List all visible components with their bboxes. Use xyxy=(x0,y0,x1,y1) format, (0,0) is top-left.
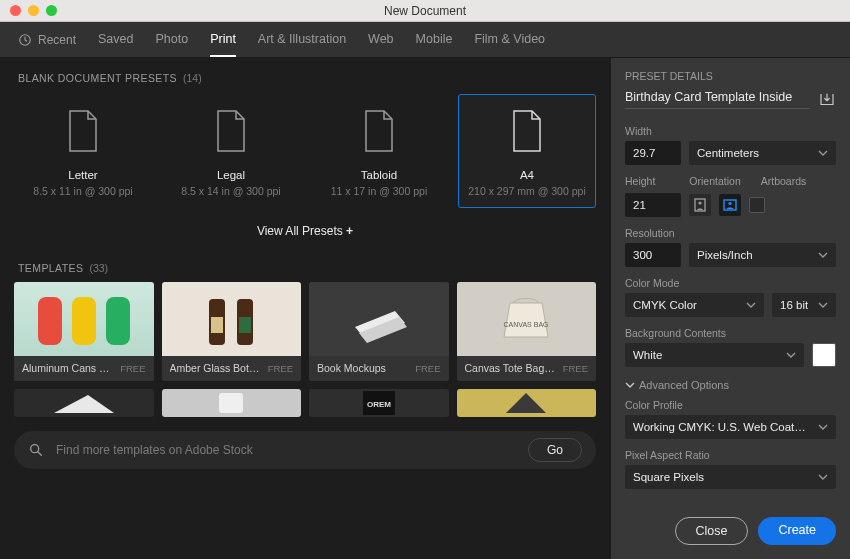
template-thumb xyxy=(162,282,302,356)
window-controls xyxy=(10,5,57,16)
blank-presets-count: (14) xyxy=(183,72,202,84)
preset-name: A4 xyxy=(520,169,534,181)
category-tabs: Recent Saved Photo Print Art & Illustrat… xyxy=(0,22,850,58)
artboards-checkbox[interactable] xyxy=(749,197,765,213)
chevron-down-icon xyxy=(818,148,828,158)
preset-name: Tabloid xyxy=(361,169,397,181)
templates-grid: Aluminum Cans Moc…FREE Amber Glass Bottl… xyxy=(0,278,610,423)
color-profile-dropdown[interactable]: Working CMYK: U.S. Web Coated (S… xyxy=(625,415,836,439)
document-icon xyxy=(214,109,248,153)
color-depth-dropdown[interactable]: 16 bit xyxy=(772,293,836,317)
template-card[interactable]: Book MockupsFREE xyxy=(309,282,449,381)
tab-film-video[interactable]: Film & Video xyxy=(474,22,545,57)
templates-count: (33) xyxy=(89,262,108,274)
clock-icon xyxy=(18,33,32,47)
minimize-window-icon[interactable] xyxy=(28,5,39,16)
view-all-presets-button[interactable]: View All Presets + xyxy=(0,220,610,248)
chevron-down-icon xyxy=(818,300,828,310)
tab-recent-label: Recent xyxy=(38,33,76,47)
titlebar: New Document xyxy=(0,0,850,22)
zoom-window-icon[interactable] xyxy=(46,5,57,16)
color-mode-dropdown[interactable]: CMYK Color xyxy=(625,293,764,317)
tab-print[interactable]: Print xyxy=(210,22,236,57)
preset-name: Letter xyxy=(68,169,97,181)
orientation-portrait-button[interactable] xyxy=(689,194,711,216)
template-thumb xyxy=(309,282,449,356)
svg-rect-3 xyxy=(106,297,130,345)
preset-spec: 11 x 17 in @ 300 ppi xyxy=(331,185,427,197)
tab-recent[interactable]: Recent xyxy=(18,33,76,47)
template-card[interactable]: Aluminum Cans Moc…FREE xyxy=(14,282,154,381)
document-icon xyxy=(66,109,100,153)
close-window-icon[interactable] xyxy=(10,5,21,16)
document-icon xyxy=(362,109,396,153)
tab-web[interactable]: Web xyxy=(368,22,393,57)
height-label: Height xyxy=(625,175,655,187)
svg-text:OREM: OREM xyxy=(367,400,391,409)
svg-point-16 xyxy=(31,445,39,453)
document-name-input[interactable]: Birthday Card Template Inside xyxy=(625,90,810,109)
templates-label: TEMPLATES xyxy=(18,262,83,274)
chevron-down-icon xyxy=(625,380,635,390)
chevron-down-icon xyxy=(818,422,828,432)
svg-rect-1 xyxy=(38,297,62,345)
new-document-window: New Document Recent Saved Photo Print Ar… xyxy=(0,0,850,559)
tab-art-illustration[interactable]: Art & Illustration xyxy=(258,22,346,57)
width-input[interactable]: 29.7 xyxy=(625,141,681,165)
chevron-down-icon xyxy=(746,300,756,310)
template-card[interactable]: Amber Glass Bottles…FREE xyxy=(162,282,302,381)
chevron-down-icon xyxy=(818,250,828,260)
svg-point-19 xyxy=(698,201,701,204)
blank-presets-header: BLANK DOCUMENT PRESETS (14) xyxy=(0,58,610,88)
create-button[interactable]: Create xyxy=(758,517,836,545)
templates-header: TEMPLATES (33) xyxy=(0,248,610,278)
preset-letter[interactable]: Letter 8.5 x 11 in @ 300 ppi xyxy=(14,94,152,208)
blank-presets-list: Letter 8.5 x 11 in @ 300 ppi Legal 8.5 x… xyxy=(0,88,610,220)
preset-tabloid[interactable]: Tabloid 11 x 17 in @ 300 ppi xyxy=(310,94,448,208)
svg-rect-12 xyxy=(219,393,243,413)
template-thumb: OREM xyxy=(309,389,449,417)
tab-photo[interactable]: Photo xyxy=(155,22,188,57)
background-color-swatch[interactable] xyxy=(812,343,836,367)
dialog-footer: Close Create xyxy=(611,503,850,559)
svg-marker-15 xyxy=(506,393,546,413)
width-label: Width xyxy=(611,119,850,139)
svg-marker-11 xyxy=(54,395,114,413)
template-card[interactable]: CANVAS BAG Canvas Tote Bag Mo…FREE xyxy=(457,282,597,381)
template-thumb xyxy=(14,389,154,417)
svg-rect-6 xyxy=(211,317,223,333)
template-card[interactable]: OREM xyxy=(309,389,449,417)
resolution-unit-dropdown[interactable]: Pixels/Inch xyxy=(689,243,836,267)
artboards-label: Artboards xyxy=(761,175,807,187)
close-button[interactable]: Close xyxy=(675,517,749,545)
tab-mobile[interactable]: Mobile xyxy=(416,22,453,57)
unit-dropdown[interactable]: Centimeters xyxy=(689,141,836,165)
background-contents-label: Background Contents xyxy=(611,321,850,341)
template-thumb: CANVAS BAG xyxy=(457,282,597,356)
go-button[interactable]: Go xyxy=(528,438,582,462)
preset-details-heading: PRESET DETAILS xyxy=(625,70,713,82)
preset-name: Legal xyxy=(217,169,245,181)
tab-saved[interactable]: Saved xyxy=(98,22,133,57)
orientation-landscape-button[interactable] xyxy=(719,194,741,216)
preset-legal[interactable]: Legal 8.5 x 14 in @ 300 ppi xyxy=(162,94,300,208)
chevron-down-icon xyxy=(818,472,828,482)
pixel-aspect-dropdown[interactable]: Square Pixels xyxy=(625,465,836,489)
left-panel: BLANK DOCUMENT PRESETS (14) Letter 8.5 x… xyxy=(0,58,610,559)
height-input[interactable]: 21 xyxy=(625,193,681,217)
svg-rect-2 xyxy=(72,297,96,345)
template-card[interactable] xyxy=(162,389,302,417)
template-card[interactable] xyxy=(14,389,154,417)
chevron-down-icon xyxy=(786,350,796,360)
stock-search[interactable]: Find more templates on Adobe Stock Go xyxy=(14,431,596,469)
pixel-aspect-label: Pixel Aspect Ratio xyxy=(611,443,850,463)
resolution-input[interactable]: 300 xyxy=(625,243,681,267)
template-card[interactable] xyxy=(457,389,597,417)
save-preset-icon[interactable] xyxy=(818,91,836,109)
background-dropdown[interactable]: White xyxy=(625,343,804,367)
advanced-options-toggle[interactable]: Advanced Options xyxy=(611,371,850,393)
preset-spec: 8.5 x 11 in @ 300 ppi xyxy=(33,185,132,197)
preset-a4[interactable]: A4 210 x 297 mm @ 300 ppi xyxy=(458,94,596,208)
document-icon xyxy=(510,109,544,153)
search-placeholder: Find more templates on Adobe Stock xyxy=(56,443,516,457)
